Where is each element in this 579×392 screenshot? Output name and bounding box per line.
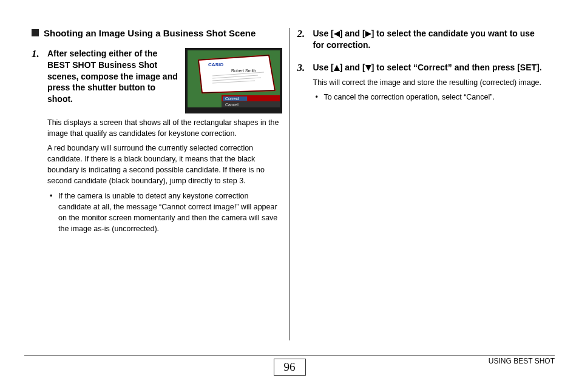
step-title: After selecting either of the BEST SHOT … [47, 48, 185, 105]
right-column: 2. Use [] and [] to select the candidate… [290, 28, 555, 340]
spacer [297, 53, 548, 62]
step-body: Use [] and [] to select the candidate yo… [313, 28, 548, 51]
content-columns: Shooting an Image Using a Business Shot … [24, 28, 555, 340]
left-column: Shooting an Image Using a Business Shot … [24, 28, 290, 340]
footer-rule [24, 355, 555, 356]
step-body: After selecting either of the BEST SHOT … [47, 48, 282, 113]
thumb-cancel-label: Cancel [225, 103, 239, 107]
svg-marker-13 [334, 65, 340, 71]
page-footer: 96 USING BEST SHOT [24, 355, 555, 377]
thumb-correct-label: Correct [225, 96, 239, 101]
step-number: 3. [297, 62, 310, 103]
section-heading-text: Shooting an Image Using a Business Shot … [44, 28, 256, 39]
paragraph: This will correct the image and store th… [313, 77, 548, 88]
footer-section-label: USING BEST SHOT [489, 357, 555, 365]
up-arrow-icon [334, 65, 340, 71]
camera-preview-thumb: CASIO Robert Smith Correct [185, 48, 282, 113]
step-1: 1. After selecting either of the BEST SH… [32, 48, 282, 113]
step-title: Use [] and [] to select “Correct” and th… [313, 62, 548, 73]
list-item: To cancel the correction operation, sele… [313, 92, 548, 103]
step-1-details: This displays a screen that shows all of… [32, 117, 282, 234]
svg-marker-11 [334, 31, 340, 37]
paragraph: A red boundary will surround the current… [47, 143, 282, 187]
thumb-brand: CASIO [208, 62, 223, 67]
step-row: After selecting either of the BEST SHOT … [47, 48, 282, 113]
svg-marker-14 [365, 65, 371, 71]
bullet-list: If the camera is unable to detect any ke… [47, 191, 282, 235]
step-body: Use [] and [] to select “Correct” and th… [313, 62, 548, 103]
bullet-list: To cancel the correction operation, sele… [313, 92, 548, 103]
step-title: Use [] and [] to select the candidate yo… [313, 28, 548, 51]
page-number: 96 [274, 359, 306, 376]
preview-illustration: CASIO Robert Smith Correct [185, 48, 282, 113]
square-bullet-icon [32, 29, 39, 36]
step-2: 2. Use [] and [] to select the candidate… [297, 28, 548, 51]
svg-marker-12 [365, 31, 371, 37]
down-arrow-icon [365, 65, 371, 71]
footer-row: 96 USING BEST SHOT [24, 357, 555, 377]
paragraph: This displays a screen that shows all of… [47, 117, 282, 139]
step-number: 1. [32, 48, 44, 113]
step-number: 2. [297, 28, 310, 51]
left-arrow-icon [334, 31, 340, 37]
right-arrow-icon [365, 31, 371, 37]
step-3: 3. Use [] and [] to select “Correct” and… [297, 62, 548, 103]
section-heading: Shooting an Image Using a Business Shot … [32, 28, 282, 39]
manual-page: Shooting an Image Using a Business Shot … [0, 0, 579, 392]
thumb-name: Robert Smith [231, 69, 256, 73]
list-item: If the camera is unable to detect any ke… [47, 191, 282, 235]
